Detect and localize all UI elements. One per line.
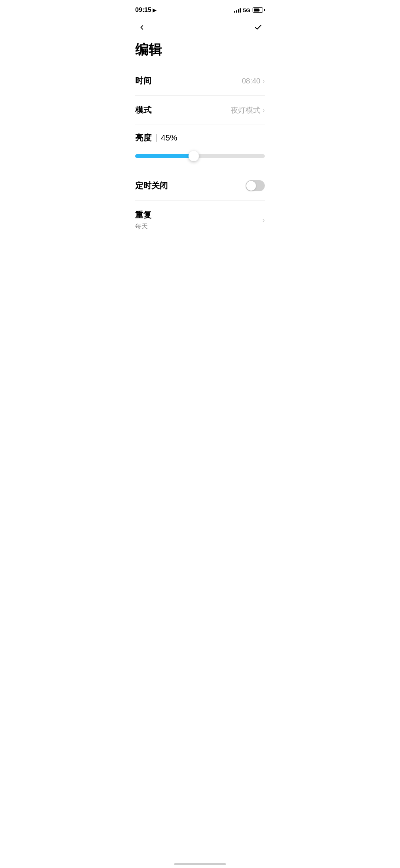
status-bar: 09:15 ▶ 5G 78 (128, 0, 272, 18)
slider-track (135, 154, 265, 158)
timer-toggle[interactable] (246, 180, 265, 191)
mode-value-container: 夜灯模式 › (231, 105, 265, 115)
repeat-chevron-icon: › (262, 215, 265, 225)
back-button[interactable] (135, 21, 149, 34)
mode-value: 夜灯模式 (231, 105, 260, 115)
brightness-label: 亮度 (135, 132, 151, 143)
timer-label: 定时关闭 (135, 180, 168, 191)
repeat-row[interactable]: 重复 每天 › (135, 201, 265, 240)
page-title: 编辑 (135, 42, 265, 57)
slider-thumb[interactable] (189, 151, 199, 161)
time-value-container: 08:40 › (242, 77, 265, 85)
mode-label: 模式 (135, 105, 151, 116)
battery-icon: 78 (253, 7, 265, 13)
brightness-divider (156, 134, 157, 142)
status-right: 5G 78 (234, 7, 265, 13)
toggle-thumb (246, 181, 256, 191)
signal-icon (234, 7, 241, 13)
location-icon: ▶ (153, 7, 156, 13)
time-label: 时间 (135, 75, 151, 86)
confirm-button[interactable] (251, 21, 265, 34)
status-time: 09:15 ▶ (135, 6, 156, 14)
mode-row[interactable]: 模式 夜灯模式 › (135, 96, 265, 125)
repeat-value: 每天 (135, 222, 151, 231)
brightness-value: 45% (161, 133, 177, 143)
time-row[interactable]: 时间 08:40 › (135, 66, 265, 96)
time-value: 08:40 (242, 77, 260, 85)
settings-list: 时间 08:40 › 模式 夜灯模式 › 亮度 45% 定时关闭 (128, 66, 272, 240)
mode-chevron-icon: › (263, 106, 265, 114)
slider-fill (135, 154, 194, 158)
brightness-slider[interactable] (135, 150, 265, 162)
nav-bar (128, 18, 272, 37)
page-title-section: 编辑 (128, 37, 272, 66)
network-label: 5G (243, 7, 250, 13)
timer-row[interactable]: 定时关闭 (135, 171, 265, 201)
repeat-content: 重复 每天 (135, 209, 151, 231)
brightness-header: 亮度 45% (135, 132, 265, 143)
time-chevron-icon: › (263, 77, 265, 85)
brightness-row: 亮度 45% (135, 125, 265, 171)
repeat-header: 重复 每天 › (135, 209, 265, 231)
repeat-label: 重复 (135, 209, 151, 221)
